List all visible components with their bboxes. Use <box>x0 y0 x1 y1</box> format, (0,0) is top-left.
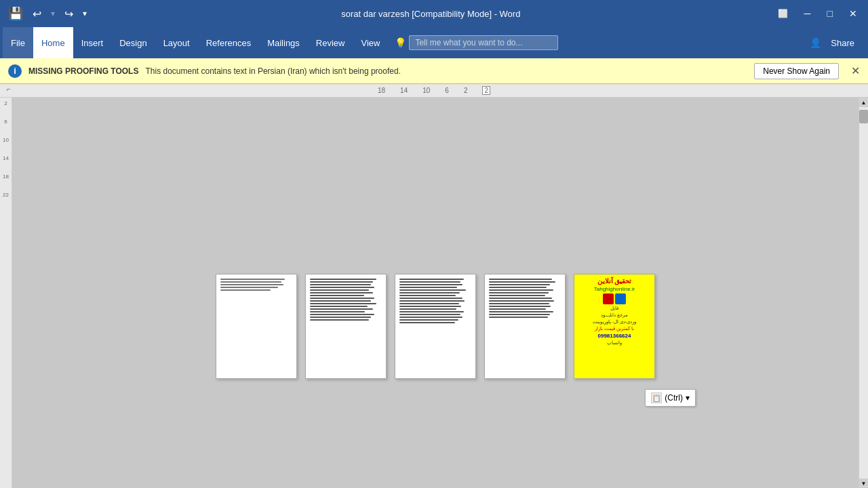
ad-title: تحقیق آنلاین <box>597 277 632 285</box>
tab-insert[interactable]: Insert <box>73 27 112 58</box>
save-button[interactable]: 💾 <box>5 6 26 21</box>
share-button[interactable]: Share <box>824 35 861 51</box>
page-thumb-5[interactable]: تحقیق آنلاین Tahghighonline.ir فایل مرجع… <box>574 274 655 379</box>
ribbon-search-area: 💡 <box>395 35 810 50</box>
notification-close-button[interactable]: ✕ <box>851 64 860 77</box>
scroll-track[interactable] <box>859 107 868 479</box>
text-block <box>220 279 292 291</box>
redo-button[interactable]: ↪ <box>62 6 76 22</box>
horizontal-ruler: ⌐ 18 14 10 6 2 2 <box>0 84 868 98</box>
scroll-down-button[interactable]: ▼ <box>859 479 868 488</box>
title-bar: 💾 ↩ ▾ ↪ ▾ sorat dar varzesh [Compatibili… <box>0 0 868 27</box>
ad-phone: 09981366624 <box>598 333 631 339</box>
ad-text-1: فایل <box>610 306 618 311</box>
title-text: sorat dar varzesh [Compatibility Mode] -… <box>341 9 520 19</box>
ad-site: Tahghighonline.ir <box>594 286 635 292</box>
document-title: sorat dar varzesh [Compatibility Mode] -… <box>90 9 772 19</box>
text-block-3 <box>399 279 471 324</box>
notification-icon: i <box>8 64 22 78</box>
ad-text-3: وردی-دی ال- پاورپوینت <box>593 319 637 325</box>
notification-message: This document contains text in Persian (… <box>145 66 400 76</box>
ad-page-content: تحقیق آنلاین Tahghighonline.ir فایل مرجع… <box>574 274 654 378</box>
minimize-button[interactable]: ─ <box>799 7 816 20</box>
customize-qat[interactable]: ▾ <box>80 7 90 20</box>
ad-text-4: با کمترین قیمت بازار <box>595 326 634 331</box>
paste-label: (Ctrl) <box>665 393 683 403</box>
page-thumb-2[interactable] <box>305 274 387 379</box>
tab-review[interactable]: Review <box>308 27 353 58</box>
page-thumb-1[interactable] <box>216 274 297 379</box>
scroll-up-button[interactable]: ▲ <box>859 98 868 107</box>
notification-bar: i MISSING PROOFING TOOLS This document c… <box>0 58 868 84</box>
pages-container: تحقیق آنلاین Tahghighonline.ir فایل مرجع… <box>26 274 845 379</box>
lightbulb-icon: 💡 <box>395 37 406 48</box>
scroll-thumb[interactable] <box>859 110 868 123</box>
text-block-2 <box>310 279 382 321</box>
ribbon: File Home Insert Design Layout Reference… <box>0 27 868 58</box>
paste-icon: 📋 <box>651 392 662 403</box>
tab-mailings[interactable]: Mailings <box>259 27 308 58</box>
paste-dropdown-icon[interactable]: ▾ <box>686 393 690 403</box>
tab-design[interactable]: Design <box>111 27 155 58</box>
tab-home[interactable]: Home <box>33 27 73 58</box>
ad-logo-1 <box>603 293 614 304</box>
ad-text-2: مرجع دانلـــود <box>601 312 628 318</box>
title-bar-right: ⬜ ─ □ ✕ <box>772 7 863 20</box>
ad-logos <box>603 293 626 304</box>
ruler-mark-6: 6 <box>445 87 449 94</box>
page-2-content <box>306 274 386 325</box>
title-bar-left: 💾 ↩ ▾ ↪ ▾ <box>5 6 90 22</box>
vruler-10: 10 <box>3 137 9 143</box>
vruler-18: 18 <box>3 174 9 180</box>
tab-references[interactable]: References <box>198 27 259 58</box>
vertical-scrollbar: ▲ ▼ <box>859 98 868 488</box>
maximize-button[interactable]: □ <box>822 7 838 20</box>
ruler-mark-10: 10 <box>422 87 430 94</box>
text-block-4 <box>489 279 561 319</box>
ruler-mark-2b: 2 <box>482 86 490 95</box>
ruler-corner[interactable]: ⌐ <box>7 85 11 93</box>
main-content: 2 6 10 14 18 22 <box>0 98 868 488</box>
close-button[interactable]: ✕ <box>844 7 863 20</box>
notification-title: MISSING PROOFING TOOLS <box>28 66 138 76</box>
undo-dropdown[interactable]: ▾ <box>48 7 58 20</box>
paste-tooltip[interactable]: 📋 (Ctrl) ▾ <box>645 389 696 407</box>
tab-file[interactable]: File <box>3 27 33 58</box>
ad-app: واتساپ <box>607 340 622 346</box>
page-4-content <box>485 274 565 323</box>
vruler-6: 6 <box>4 119 7 125</box>
ad-logo-2 <box>615 293 626 304</box>
undo-button[interactable]: ↩ <box>30 6 44 22</box>
document-area: تحقیق آنلاین Tahghighonline.ir فایل مرجع… <box>12 98 859 488</box>
vruler-14: 14 <box>3 155 9 161</box>
ruler-mark-18: 18 <box>378 87 385 94</box>
share-icon: 👤 <box>810 37 821 48</box>
never-show-again-button[interactable]: Never Show Again <box>754 63 839 79</box>
page-1-content <box>216 274 296 331</box>
ruler-mark-14: 14 <box>400 87 408 94</box>
tab-view[interactable]: View <box>353 27 388 58</box>
restore-window-button[interactable]: ⬜ <box>772 7 793 20</box>
share-area: 👤 Share <box>810 35 861 51</box>
ruler-mark-2: 2 <box>464 87 468 94</box>
vertical-ruler: 2 6 10 14 18 22 <box>0 98 12 488</box>
page-thumb-3[interactable] <box>395 274 476 379</box>
page-3-content <box>395 274 475 328</box>
tell-me-input[interactable] <box>409 35 558 50</box>
tab-layout[interactable]: Layout <box>155 27 198 58</box>
ruler-marks: 18 14 10 6 2 2 <box>378 86 490 95</box>
page-thumb-4[interactable] <box>484 274 566 379</box>
vruler-22: 22 <box>3 192 9 198</box>
vruler-2: 2 <box>4 100 7 106</box>
